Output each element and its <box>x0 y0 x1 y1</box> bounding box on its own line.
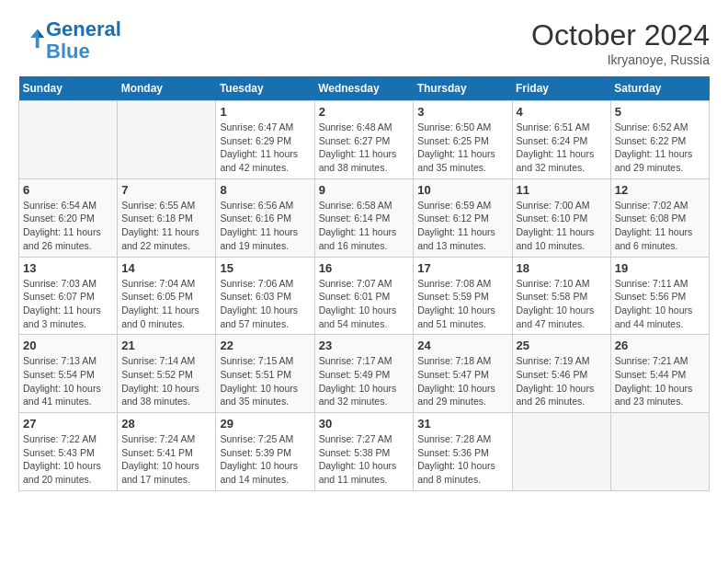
day-number: 11 <box>517 183 607 197</box>
day-number: 6 <box>23 183 113 197</box>
calendar-cell: 11Sunrise: 7:00 AMSunset: 6:10 PMDayligh… <box>512 178 610 257</box>
day-number: 22 <box>220 339 310 352</box>
day-number: 13 <box>23 261 113 275</box>
header-saturday: Saturday <box>610 76 709 101</box>
day-info: Sunrise: 7:15 AMSunset: 5:51 PMDaylight:… <box>220 354 310 408</box>
day-info: Sunrise: 7:24 AMSunset: 5:41 PMDaylight:… <box>121 432 211 487</box>
calendar-cell <box>118 101 216 179</box>
calendar-cell: 20Sunrise: 7:13 AMSunset: 5:54 PMDayligh… <box>19 335 118 413</box>
day-number: 10 <box>417 183 507 197</box>
page-header: General Blue October 2024 Ikryanoye, Rus… <box>18 18 710 67</box>
day-info: Sunrise: 6:52 AMSunset: 6:22 PMDaylight:… <box>615 121 705 175</box>
header-wednesday: Wednesday <box>314 76 414 101</box>
calendar-cell: 29Sunrise: 7:25 AMSunset: 5:39 PMDayligh… <box>216 413 314 491</box>
calendar-cell: 4Sunrise: 6:51 AMSunset: 6:24 PMDaylight… <box>512 101 610 179</box>
calendar-cell: 15Sunrise: 7:06 AMSunset: 6:03 PMDayligh… <box>216 257 314 335</box>
day-info: Sunrise: 7:08 AMSunset: 5:59 PMDaylight:… <box>417 277 507 331</box>
calendar-cell: 3Sunrise: 6:50 AMSunset: 6:25 PMDaylight… <box>414 101 512 179</box>
header-sunday: Sunday <box>19 76 118 101</box>
calendar-week-1: 1Sunrise: 6:47 AMSunset: 6:29 PMDaylight… <box>19 101 710 179</box>
day-info: Sunrise: 6:47 AMSunset: 6:29 PMDaylight:… <box>220 121 310 175</box>
day-number: 15 <box>220 261 310 275</box>
day-number: 9 <box>319 183 410 197</box>
day-info: Sunrise: 7:25 AMSunset: 5:39 PMDaylight:… <box>220 432 310 487</box>
calendar-cell: 10Sunrise: 6:59 AMSunset: 6:12 PMDayligh… <box>414 178 512 257</box>
day-info: Sunrise: 7:00 AMSunset: 6:10 PMDaylight:… <box>517 199 607 253</box>
calendar-cell: 5Sunrise: 6:52 AMSunset: 6:22 PMDaylight… <box>610 101 709 179</box>
day-number: 24 <box>417 339 507 352</box>
calendar-cell <box>19 101 118 179</box>
day-info: Sunrise: 7:19 AMSunset: 5:46 PMDaylight:… <box>517 354 607 408</box>
day-info: Sunrise: 7:07 AMSunset: 6:01 PMDaylight:… <box>319 277 410 331</box>
day-number: 5 <box>615 105 705 119</box>
month-title: October 2024 <box>531 18 710 52</box>
day-number: 28 <box>121 417 211 431</box>
calendar-cell <box>610 413 709 491</box>
day-number: 30 <box>319 417 410 431</box>
day-info: Sunrise: 7:13 AMSunset: 5:54 PMDaylight:… <box>23 354 113 408</box>
calendar-week-4: 20Sunrise: 7:13 AMSunset: 5:54 PMDayligh… <box>19 335 710 413</box>
calendar-cell: 7Sunrise: 6:55 AMSunset: 6:18 PMDaylight… <box>118 178 216 257</box>
day-info: Sunrise: 6:55 AMSunset: 6:18 PMDaylight:… <box>121 199 211 253</box>
day-info: Sunrise: 7:14 AMSunset: 5:52 PMDaylight:… <box>121 354 211 408</box>
svg-marker-0 <box>30 29 44 49</box>
day-number: 26 <box>615 339 705 352</box>
day-info: Sunrise: 7:11 AMSunset: 5:56 PMDaylight:… <box>615 277 705 331</box>
calendar-cell: 27Sunrise: 7:22 AMSunset: 5:43 PMDayligh… <box>19 413 118 491</box>
header-monday: Monday <box>118 76 216 101</box>
day-number: 2 <box>319 105 410 119</box>
calendar-cell: 2Sunrise: 6:48 AMSunset: 6:27 PMDaylight… <box>314 101 414 179</box>
calendar-cell: 30Sunrise: 7:27 AMSunset: 5:38 PMDayligh… <box>314 413 414 491</box>
calendar-header-row: SundayMondayTuesdayWednesdayThursdayFrid… <box>19 76 710 101</box>
calendar-cell: 9Sunrise: 6:58 AMSunset: 6:14 PMDaylight… <box>314 178 414 257</box>
day-number: 19 <box>615 261 705 275</box>
header-thursday: Thursday <box>414 76 512 101</box>
day-number: 1 <box>220 105 310 119</box>
calendar-cell: 26Sunrise: 7:21 AMSunset: 5:44 PMDayligh… <box>610 335 709 413</box>
location: Ikryanoye, Russia <box>531 52 710 67</box>
day-number: 14 <box>121 261 211 275</box>
header-tuesday: Tuesday <box>216 76 314 101</box>
day-info: Sunrise: 7:21 AMSunset: 5:44 PMDaylight:… <box>615 354 705 408</box>
day-info: Sunrise: 7:02 AMSunset: 6:08 PMDaylight:… <box>615 199 705 253</box>
day-number: 25 <box>517 339 607 352</box>
calendar-week-3: 13Sunrise: 7:03 AMSunset: 6:07 PMDayligh… <box>19 257 710 335</box>
calendar-body: 1Sunrise: 6:47 AMSunset: 6:29 PMDaylight… <box>19 101 710 491</box>
calendar-cell: 8Sunrise: 6:56 AMSunset: 6:16 PMDaylight… <box>216 178 314 257</box>
logo: General Blue <box>18 18 121 63</box>
day-info: Sunrise: 7:18 AMSunset: 5:47 PMDaylight:… <box>417 354 507 408</box>
header-friday: Friday <box>512 76 610 101</box>
calendar-cell: 6Sunrise: 6:54 AMSunset: 6:20 PMDaylight… <box>19 178 118 257</box>
day-info: Sunrise: 6:50 AMSunset: 6:25 PMDaylight:… <box>417 121 507 175</box>
day-info: Sunrise: 7:27 AMSunset: 5:38 PMDaylight:… <box>319 432 410 487</box>
day-number: 31 <box>417 417 507 431</box>
day-number: 3 <box>417 105 507 119</box>
calendar-cell: 13Sunrise: 7:03 AMSunset: 6:07 PMDayligh… <box>19 257 118 335</box>
day-number: 23 <box>319 339 410 352</box>
calendar-week-2: 6Sunrise: 6:54 AMSunset: 6:20 PMDaylight… <box>19 178 710 257</box>
day-info: Sunrise: 7:04 AMSunset: 6:05 PMDaylight:… <box>121 277 211 331</box>
calendar-cell: 24Sunrise: 7:18 AMSunset: 5:47 PMDayligh… <box>414 335 512 413</box>
day-info: Sunrise: 7:22 AMSunset: 5:43 PMDaylight:… <box>23 432 113 487</box>
day-number: 18 <box>517 261 607 275</box>
day-info: Sunrise: 6:51 AMSunset: 6:24 PMDaylight:… <box>517 121 607 175</box>
day-number: 20 <box>23 339 113 352</box>
calendar-cell: 17Sunrise: 7:08 AMSunset: 5:59 PMDayligh… <box>414 257 512 335</box>
day-info: Sunrise: 6:56 AMSunset: 6:16 PMDaylight:… <box>220 199 310 253</box>
day-number: 4 <box>517 105 607 119</box>
day-number: 29 <box>220 417 310 431</box>
calendar-cell: 12Sunrise: 7:02 AMSunset: 6:08 PMDayligh… <box>610 178 709 257</box>
day-number: 7 <box>121 183 211 197</box>
day-info: Sunrise: 7:03 AMSunset: 6:07 PMDaylight:… <box>23 277 113 331</box>
calendar-cell: 19Sunrise: 7:11 AMSunset: 5:56 PMDayligh… <box>610 257 709 335</box>
day-info: Sunrise: 7:10 AMSunset: 5:58 PMDaylight:… <box>517 277 607 331</box>
calendar-cell: 21Sunrise: 7:14 AMSunset: 5:52 PMDayligh… <box>118 335 216 413</box>
calendar-cell <box>512 413 610 491</box>
day-number: 17 <box>417 261 507 275</box>
day-number: 12 <box>615 183 705 197</box>
calendar-cell: 31Sunrise: 7:28 AMSunset: 5:36 PMDayligh… <box>414 413 512 491</box>
calendar-cell: 28Sunrise: 7:24 AMSunset: 5:41 PMDayligh… <box>118 413 216 491</box>
day-info: Sunrise: 6:54 AMSunset: 6:20 PMDaylight:… <box>23 199 113 253</box>
calendar-table: SundayMondayTuesdayWednesdayThursdayFrid… <box>18 76 710 491</box>
calendar-cell: 14Sunrise: 7:04 AMSunset: 6:05 PMDayligh… <box>118 257 216 335</box>
